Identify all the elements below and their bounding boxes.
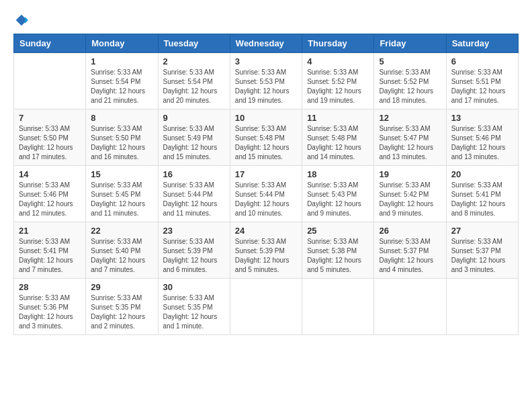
day-number: 29 — [91, 282, 152, 292]
day-info: Sunrise: 5:33 AMSunset: 5:50 PMDaylight:… — [91, 124, 152, 162]
day-info: Sunrise: 5:33 AMSunset: 5:41 PMDaylight:… — [451, 181, 513, 218]
day-number: 25 — [307, 226, 369, 236]
calendar-cell: 26Sunrise: 5:33 AMSunset: 5:37 PMDayligh… — [374, 222, 446, 279]
day-number: 14 — [19, 169, 81, 179]
calendar-cell — [374, 279, 446, 335]
day-info: Sunrise: 5:33 AMSunset: 5:46 PMDaylight:… — [451, 124, 513, 162]
column-header-tuesday: Tuesday — [158, 34, 230, 53]
day-number: 9 — [163, 113, 225, 123]
calendar-cell: 24Sunrise: 5:33 AMSunset: 5:39 PMDayligh… — [230, 222, 302, 279]
day-info: Sunrise: 5:33 AMSunset: 5:42 PMDaylight:… — [379, 181, 441, 218]
calendar-cell: 25Sunrise: 5:33 AMSunset: 5:38 PMDayligh… — [302, 222, 374, 279]
day-info: Sunrise: 5:33 AMSunset: 5:45 PMDaylight:… — [91, 181, 152, 218]
day-info: Sunrise: 5:33 AMSunset: 5:43 PMDaylight:… — [307, 181, 369, 218]
column-header-friday: Friday — [374, 34, 446, 53]
day-info: Sunrise: 5:33 AMSunset: 5:38 PMDaylight:… — [307, 237, 369, 275]
calendar-cell: 27Sunrise: 5:33 AMSunset: 5:37 PMDayligh… — [446, 222, 518, 279]
day-number: 22 — [91, 226, 152, 236]
day-info: Sunrise: 5:33 AMSunset: 5:48 PMDaylight:… — [307, 124, 369, 162]
day-number: 4 — [307, 56, 369, 66]
calendar-cell: 20Sunrise: 5:33 AMSunset: 5:41 PMDayligh… — [446, 166, 518, 222]
column-header-wednesday: Wednesday — [230, 34, 302, 53]
calendar-header-row: SundayMondayTuesdayWednesdayThursdayFrid… — [14, 34, 519, 53]
week-row-1: 1Sunrise: 5:33 AMSunset: 5:54 PMDaylight… — [14, 53, 519, 109]
calendar-cell: 22Sunrise: 5:33 AMSunset: 5:40 PMDayligh… — [86, 222, 158, 279]
day-number: 12 — [379, 113, 441, 123]
day-number: 23 — [163, 226, 225, 236]
calendar-cell — [230, 279, 302, 335]
day-number: 27 — [451, 226, 513, 236]
day-info: Sunrise: 5:33 AMSunset: 5:39 PMDaylight:… — [163, 237, 225, 275]
calendar-cell: 9Sunrise: 5:33 AMSunset: 5:49 PMDaylight… — [158, 109, 230, 166]
day-number: 10 — [235, 113, 297, 123]
day-number: 17 — [235, 169, 297, 179]
day-info: Sunrise: 5:33 AMSunset: 5:37 PMDaylight:… — [451, 237, 513, 275]
day-info: Sunrise: 5:33 AMSunset: 5:40 PMDaylight:… — [91, 237, 152, 275]
week-row-3: 14Sunrise: 5:33 AMSunset: 5:46 PMDayligh… — [14, 166, 519, 222]
day-number: 8 — [91, 113, 152, 123]
day-number: 3 — [235, 56, 297, 66]
day-number: 26 — [379, 226, 441, 236]
calendar-cell: 18Sunrise: 5:33 AMSunset: 5:43 PMDayligh… — [302, 166, 374, 222]
day-info: Sunrise: 5:33 AMSunset: 5:54 PMDaylight:… — [91, 68, 152, 105]
day-info: Sunrise: 5:33 AMSunset: 5:37 PMDaylight:… — [379, 237, 441, 275]
day-info: Sunrise: 5:33 AMSunset: 5:49 PMDaylight:… — [163, 124, 225, 162]
day-info: Sunrise: 5:33 AMSunset: 5:50 PMDaylight:… — [19, 124, 81, 162]
column-header-thursday: Thursday — [302, 34, 374, 53]
day-number: 28 — [19, 282, 81, 292]
calendar-cell: 12Sunrise: 5:33 AMSunset: 5:47 PMDayligh… — [374, 109, 446, 166]
day-info: Sunrise: 5:33 AMSunset: 5:44 PMDaylight:… — [235, 181, 297, 218]
calendar-cell: 3Sunrise: 5:33 AMSunset: 5:53 PMDaylight… — [230, 53, 302, 109]
calendar-cell — [14, 53, 86, 109]
column-header-saturday: Saturday — [446, 34, 518, 53]
calendar-cell: 15Sunrise: 5:33 AMSunset: 5:45 PMDayligh… — [86, 166, 158, 222]
day-info: Sunrise: 5:33 AMSunset: 5:35 PMDaylight:… — [163, 293, 225, 331]
day-number: 30 — [163, 282, 225, 292]
calendar-cell: 7Sunrise: 5:33 AMSunset: 5:50 PMDaylight… — [14, 109, 86, 166]
day-info: Sunrise: 5:33 AMSunset: 5:52 PMDaylight:… — [379, 68, 441, 105]
day-info: Sunrise: 5:33 AMSunset: 5:52 PMDaylight:… — [307, 68, 369, 105]
logo — [13, 13, 28, 27]
day-info: Sunrise: 5:33 AMSunset: 5:36 PMDaylight:… — [19, 293, 81, 331]
calendar-cell: 13Sunrise: 5:33 AMSunset: 5:46 PMDayligh… — [446, 109, 518, 166]
day-info: Sunrise: 5:33 AMSunset: 5:41 PMDaylight:… — [19, 237, 81, 275]
day-number: 11 — [307, 113, 369, 123]
day-info: Sunrise: 5:33 AMSunset: 5:46 PMDaylight:… — [19, 181, 81, 218]
day-info: Sunrise: 5:33 AMSunset: 5:54 PMDaylight:… — [163, 68, 225, 105]
calendar-cell: 23Sunrise: 5:33 AMSunset: 5:39 PMDayligh… — [158, 222, 230, 279]
day-info: Sunrise: 5:33 AMSunset: 5:51 PMDaylight:… — [451, 68, 513, 105]
calendar-table: SundayMondayTuesdayWednesdayThursdayFrid… — [13, 34, 519, 335]
day-number: 16 — [163, 169, 225, 179]
calendar-cell: 2Sunrise: 5:33 AMSunset: 5:54 PMDaylight… — [158, 53, 230, 109]
column-header-sunday: Sunday — [14, 34, 86, 53]
calendar-cell: 16Sunrise: 5:33 AMSunset: 5:44 PMDayligh… — [158, 166, 230, 222]
calendar-cell: 5Sunrise: 5:33 AMSunset: 5:52 PMDaylight… — [374, 53, 446, 109]
calendar-cell: 29Sunrise: 5:33 AMSunset: 5:35 PMDayligh… — [86, 279, 158, 335]
calendar-cell: 14Sunrise: 5:33 AMSunset: 5:46 PMDayligh… — [14, 166, 86, 222]
day-number: 24 — [235, 226, 297, 236]
calendar-cell: 28Sunrise: 5:33 AMSunset: 5:36 PMDayligh… — [14, 279, 86, 335]
day-info: Sunrise: 5:33 AMSunset: 5:39 PMDaylight:… — [235, 237, 297, 275]
day-info: Sunrise: 5:33 AMSunset: 5:47 PMDaylight:… — [379, 124, 441, 162]
calendar-cell: 6Sunrise: 5:33 AMSunset: 5:51 PMDaylight… — [446, 53, 518, 109]
svg-marker-1 — [25, 17, 28, 24]
calendar-cell: 30Sunrise: 5:33 AMSunset: 5:35 PMDayligh… — [158, 279, 230, 335]
week-row-2: 7Sunrise: 5:33 AMSunset: 5:50 PMDaylight… — [14, 109, 519, 166]
page-header — [13, 13, 519, 27]
logo-icon — [15, 13, 28, 27]
day-info: Sunrise: 5:33 AMSunset: 5:53 PMDaylight:… — [235, 68, 297, 105]
day-number: 20 — [451, 169, 513, 179]
day-number: 2 — [163, 56, 225, 66]
day-info: Sunrise: 5:33 AMSunset: 5:35 PMDaylight:… — [91, 293, 152, 331]
day-number: 15 — [91, 169, 152, 179]
calendar-cell: 11Sunrise: 5:33 AMSunset: 5:48 PMDayligh… — [302, 109, 374, 166]
calendar-cell: 1Sunrise: 5:33 AMSunset: 5:54 PMDaylight… — [86, 53, 158, 109]
day-number: 1 — [91, 56, 152, 66]
week-row-5: 28Sunrise: 5:33 AMSunset: 5:36 PMDayligh… — [14, 279, 519, 335]
calendar-cell: 19Sunrise: 5:33 AMSunset: 5:42 PMDayligh… — [374, 166, 446, 222]
day-info: Sunrise: 5:33 AMSunset: 5:44 PMDaylight:… — [163, 181, 225, 218]
day-number: 6 — [451, 56, 513, 66]
day-number: 18 — [307, 169, 369, 179]
calendar-cell: 8Sunrise: 5:33 AMSunset: 5:50 PMDaylight… — [86, 109, 158, 166]
day-number: 13 — [451, 113, 513, 123]
